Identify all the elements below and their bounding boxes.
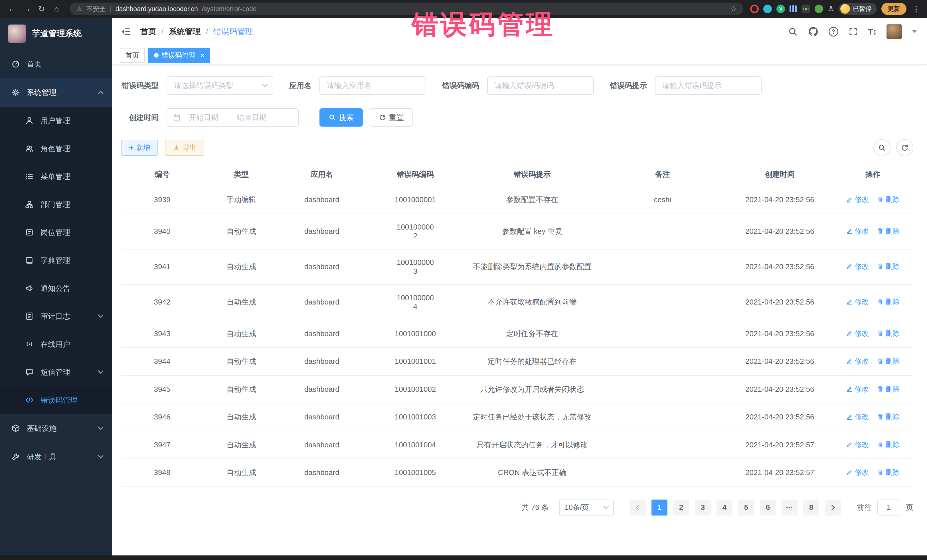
error-type-select-input[interactable] — [174, 81, 263, 90]
edit-link[interactable]: 修改 — [846, 357, 869, 366]
page-button-1[interactable]: 1 — [652, 499, 667, 516]
edit-link[interactable]: 修改 — [846, 262, 869, 271]
edit-link[interactable]: 修改 — [846, 195, 869, 204]
edit-link[interactable]: 修改 — [846, 297, 869, 307]
sidebar-item-system[interactable]: 系统管理 — [0, 78, 112, 107]
menu-dots-icon[interactable]: ⋮ — [911, 4, 921, 14]
sidebar-item-post[interactable]: 岗位管理 — [0, 219, 112, 246]
sidebar-item-notice[interactable]: 通知公告 — [0, 274, 112, 302]
sidebar-item-user[interactable]: 用户管理 — [0, 107, 112, 135]
page-button-4[interactable]: 4 — [716, 499, 732, 516]
sidebar-item-dept[interactable]: 部门管理 — [0, 190, 112, 219]
start-date-input[interactable] — [185, 113, 222, 122]
page-size-select[interactable]: 10条/页 — [559, 499, 614, 516]
breadcrumb-item[interactable]: 系统管理 — [169, 26, 201, 37]
puzzle-icon[interactable]: ⚓ — [828, 5, 834, 13]
export-button[interactable]: 导出 — [165, 140, 204, 156]
reset-button[interactable]: 重置 — [370, 108, 413, 127]
bars-extension-icon[interactable] — [790, 5, 797, 12]
sidebar-item-devtools[interactable]: 研发工具 — [0, 443, 112, 471]
github-icon[interactable] — [808, 27, 818, 37]
font-size-icon[interactable]: T↕ — [868, 27, 876, 36]
tab-首页[interactable]: 首页 — [120, 48, 145, 63]
edit-link[interactable]: 修改 — [846, 467, 869, 477]
delete-link[interactable]: 删除 — [877, 357, 900, 366]
search-icon[interactable] — [788, 27, 798, 36]
delete-link[interactable]: 删除 — [877, 195, 900, 204]
edit-link[interactable]: 修改 — [846, 412, 869, 422]
hamburger-icon[interactable] — [121, 27, 131, 37]
prev-page-button[interactable] — [630, 499, 646, 516]
leaf-icon[interactable] — [815, 5, 823, 13]
error-hint-input[interactable] — [662, 81, 755, 90]
fullscreen-icon[interactable] — [849, 27, 858, 36]
page-button-3[interactable]: 3 — [695, 499, 711, 516]
cell-actions: 修改删除 — [833, 348, 913, 375]
error-code-label: 错误码编码 — [442, 81, 479, 91]
drop-icon[interactable] — [763, 5, 772, 13]
delete-link[interactable]: 删除 — [877, 226, 900, 236]
profile-badge[interactable]: 已暂停 — [839, 3, 877, 15]
error-type-select[interactable] — [167, 76, 273, 95]
sidebar-item-errcode[interactable]: 错误码管理 — [0, 386, 112, 414]
chevron-down-icon — [98, 312, 103, 318]
delete-link[interactable]: 删除 — [877, 467, 900, 477]
sidebar-item-online[interactable]: 在线用户 — [0, 330, 112, 358]
add-button[interactable]: + 新增 — [121, 140, 158, 156]
close-icon[interactable]: × — [200, 52, 205, 59]
delete-link[interactable]: 删除 — [877, 329, 900, 338]
forward-icon[interactable]: → — [21, 4, 33, 14]
sidebar-item-menu[interactable]: 菜单管理 — [0, 162, 112, 190]
vue-devtools-icon[interactable]: V — [777, 5, 785, 13]
app-name-field[interactable] — [319, 76, 426, 95]
sidebar-item-sms[interactable]: 短信管理 — [0, 358, 112, 386]
date-range-picker[interactable]: - — [167, 108, 299, 127]
cell-created: 2021-04-20 23:52:57 — [727, 459, 832, 487]
delete-link[interactable]: 删除 — [877, 262, 900, 271]
delete-link[interactable]: 删除 — [877, 297, 900, 307]
tab-错误码管理[interactable]: 错误码管理× — [148, 48, 210, 63]
sidebar-item-infra[interactable]: 基础设施 — [0, 414, 112, 443]
update-button[interactable]: 更新 — [881, 3, 906, 15]
search-toggle-button[interactable] — [873, 139, 891, 156]
goto-page-input[interactable] — [877, 499, 900, 516]
error-hint-field[interactable] — [655, 76, 761, 95]
edit-link[interactable]: 修改 — [846, 440, 869, 449]
reload-icon[interactable]: ↻ — [35, 4, 48, 14]
edit-link[interactable]: 修改 — [846, 384, 869, 394]
page-ellipsis[interactable]: ••• — [781, 499, 798, 516]
cell-remark — [598, 375, 727, 404]
edit-link[interactable]: 修改 — [846, 329, 869, 338]
refresh-table-button[interactable] — [896, 139, 913, 156]
bookmark-star-icon[interactable]: ☆ — [730, 5, 737, 14]
sidebar-item-audit[interactable]: 审计日志 — [0, 302, 112, 330]
sidebar-item-home[interactable]: 首页 — [0, 50, 112, 78]
error-code-input[interactable] — [495, 81, 588, 90]
delete-link[interactable]: 删除 — [877, 412, 900, 422]
app-logo[interactable]: 芋道管理系统 — [0, 18, 112, 50]
page-button-2[interactable]: 2 — [673, 499, 689, 516]
user-avatar[interactable] — [886, 24, 902, 39]
sidebar-item-dict[interactable]: 字典管理 — [0, 246, 112, 274]
error-code-field[interactable] — [487, 76, 594, 95]
sidebar-item-role[interactable]: 角色管理 — [0, 135, 112, 162]
help-icon[interactable]: ? — [828, 27, 838, 36]
home-icon[interactable]: ⌂ — [50, 4, 63, 14]
page-button-8[interactable]: 8 — [803, 499, 819, 516]
next-page-button[interactable] — [825, 499, 841, 516]
security-label[interactable]: 不安全 — [86, 5, 106, 14]
address-bar[interactable]: ⚠ 不安全 | dashboard.yudao.iocoder.cn/syste… — [70, 3, 743, 15]
delete-link[interactable]: 删除 — [877, 384, 900, 394]
end-date-input[interactable] — [233, 113, 271, 122]
delete-link[interactable]: 删除 — [877, 440, 900, 449]
page-button-6[interactable]: 6 — [760, 499, 776, 516]
breadcrumb-item[interactable]: 首页 — [140, 26, 156, 37]
chevron-down-icon[interactable] — [912, 30, 917, 33]
page-button-5[interactable]: 5 — [738, 499, 754, 516]
proxy-on-icon[interactable]: on — [801, 5, 810, 13]
app-name-input[interactable] — [327, 81, 420, 90]
edit-link[interactable]: 修改 — [846, 226, 869, 236]
back-icon[interactable]: ← — [6, 4, 18, 14]
search-button[interactable]: 搜索 — [319, 108, 363, 127]
record-icon[interactable] — [750, 5, 759, 13]
